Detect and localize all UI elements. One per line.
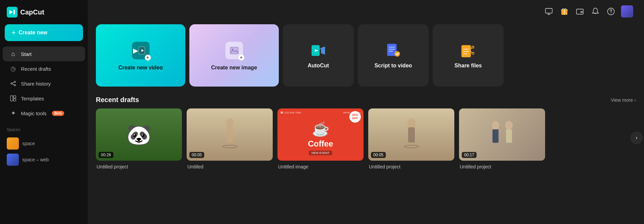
sidebar-item-templates[interactable]: Templates	[3, 91, 85, 106]
sidebar-item-label: Share history	[21, 81, 51, 87]
spaces-section: Spaces space space – web	[0, 127, 88, 168]
wallet-icon[interactable]	[574, 6, 585, 17]
draft-name-4: Untitled project	[368, 164, 454, 169]
next-arrow-button[interactable]: ›	[630, 132, 643, 144]
gift-icon[interactable]	[559, 6, 570, 17]
help-icon[interactable]	[606, 6, 616, 17]
draft-card-5[interactable]: 00:17 Untitled project	[459, 108, 545, 169]
svg-rect-7	[10, 96, 13, 101]
svg-point-45	[404, 145, 419, 148]
home-icon: ⌂	[9, 50, 17, 58]
duration-badge-5: 00:17	[462, 152, 477, 158]
plus-badge: +	[238, 55, 244, 61]
capcut-logo-icon	[7, 7, 18, 18]
space-name-1: space	[22, 141, 35, 146]
svg-rect-9	[14, 99, 16, 101]
svg-point-42	[222, 145, 237, 148]
svg-point-2	[14, 81, 16, 83]
svg-line-6	[12, 84, 14, 85]
svg-point-35	[472, 46, 474, 48]
draft-thumbnail-1: 🐼 00:26	[96, 108, 182, 161]
draft-card-3[interactable]: ☎ 123-456-7890 WPBCafe.com 25%OFF ☕ Coff…	[277, 108, 364, 169]
beta-badge: Beta	[52, 111, 64, 116]
video-card-icon-wrapper: +	[131, 40, 151, 61]
autocut-icon	[310, 42, 326, 59]
bell-icon[interactable]	[590, 6, 601, 17]
draft-thumbnail-5: 00:17	[459, 108, 545, 161]
create-new-label: Create new	[19, 30, 47, 36]
svg-point-4	[14, 85, 16, 86]
sidebar-item-recent-drafts[interactable]: ◷ Recent drafts	[3, 61, 85, 76]
svg-point-46	[492, 121, 499, 130]
draft-thumbnail-3: ☎ 123-456-7890 WPBCafe.com 25%OFF ☕ Coff…	[277, 108, 364, 161]
share-files-card[interactable]: Share files	[433, 24, 504, 87]
recent-drafts-header: Recent drafts View more ›	[96, 96, 636, 104]
create-video-card[interactable]: + Create new video	[96, 24, 185, 87]
draft-name-2: Untitled	[187, 164, 273, 169]
space-item-1[interactable]: space	[7, 135, 81, 152]
sidebar-item-label: Templates	[21, 96, 44, 101]
draft-name-3: Untitled image	[277, 164, 364, 169]
share-icon	[9, 80, 17, 87]
svg-rect-49	[506, 129, 512, 143]
svg-line-5	[12, 82, 14, 83]
svg-point-3	[11, 83, 12, 84]
sidebar-item-magic-tools[interactable]: ✦ Magic tools Beta	[3, 106, 85, 121]
duration-badge-4: 00:05	[371, 152, 386, 158]
svg-point-40	[226, 118, 234, 128]
space-thumbnail-2	[7, 154, 19, 166]
svg-rect-8	[14, 96, 16, 98]
create-new-button[interactable]: + Create new	[5, 24, 83, 41]
user-avatar[interactable]	[621, 5, 633, 18]
script-video-label: Script to video	[374, 63, 412, 69]
view-more-button[interactable]: View more ›	[611, 97, 636, 103]
share-files-label: Share files	[455, 63, 482, 69]
draft-name-1: Untitled project	[96, 164, 182, 169]
spaces-label: Spaces	[7, 127, 81, 132]
drafts-row: 🐼 00:26 Untitled project 00:05 Untitled …	[96, 108, 636, 169]
svg-point-36	[472, 52, 474, 54]
script-icon	[385, 42, 401, 59]
draft-thumbnail-4: 00:05	[368, 108, 454, 161]
autocut-label: AutoCut	[307, 63, 329, 69]
space-thumbnail-1	[7, 137, 19, 150]
create-cards-row: + Create new video + Create new image	[96, 24, 636, 87]
template-icon	[9, 95, 17, 102]
script-to-video-card[interactable]: Script to video	[358, 24, 429, 87]
create-video-label: Create new video	[118, 65, 163, 71]
draft-thumbnail-2: 00:05	[187, 108, 273, 161]
svg-rect-1	[14, 10, 15, 14]
space-item-2[interactable]: space – web	[7, 152, 81, 168]
svg-point-43	[407, 118, 415, 128]
svg-point-48	[505, 121, 513, 130]
monitor-icon[interactable]	[543, 6, 554, 17]
sidebar-item-start[interactable]: ⌂ Start	[3, 46, 85, 61]
recent-drafts-title: Recent drafts	[96, 96, 139, 104]
svg-rect-44	[408, 127, 415, 142]
duration-badge-2: 00:05	[189, 152, 204, 158]
view-more-label: View more	[611, 97, 633, 103]
create-image-card[interactable]: + Create new image	[189, 24, 279, 87]
header	[96, 5, 636, 18]
draft-card-1[interactable]: 🐼 00:26 Untitled project	[96, 108, 182, 169]
svg-point-30	[395, 51, 400, 57]
draft-card-2[interactable]: 00:05 Untitled	[187, 108, 273, 169]
draft-card-4[interactable]: 00:05 Untitled project	[368, 108, 454, 169]
image-card-icon-wrapper: +	[224, 40, 244, 61]
wand-icon: ✦	[9, 109, 17, 117]
svg-rect-41	[226, 127, 233, 142]
duration-badge-1: 00:26	[99, 152, 113, 158]
clock-icon: ◷	[9, 65, 17, 72]
svg-point-18	[581, 12, 582, 12]
sidebar: CapCut + Create new ⌂ Start ◷ Recent dra…	[0, 0, 88, 224]
svg-rect-23	[230, 47, 238, 54]
sidebar-item-label: Recent drafts	[21, 66, 51, 72]
app-logo: CapCut	[0, 4, 88, 24]
svg-rect-10	[545, 8, 552, 13]
svg-rect-47	[492, 129, 499, 143]
share-files-icon	[460, 42, 476, 59]
image-icon: +	[225, 42, 243, 59]
sidebar-item-share-history[interactable]: Share history	[3, 76, 85, 91]
sidebar-item-label: Start	[21, 51, 32, 57]
autocut-card[interactable]: AutoCut	[283, 24, 354, 87]
